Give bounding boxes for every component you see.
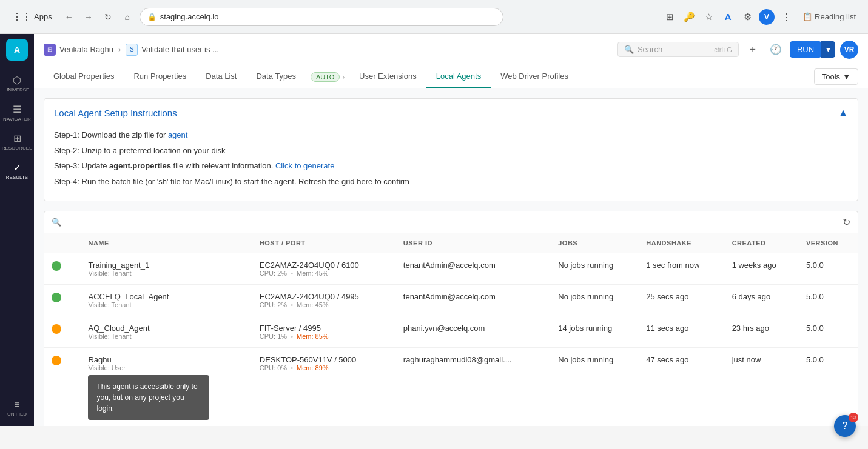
auto-arrow: ›: [342, 73, 345, 81]
accelq-ext-icon[interactable]: A: [720, 9, 736, 25]
cpu-val: CPU: 2%: [260, 270, 287, 277]
reading-list-label: Reading list: [815, 12, 856, 21]
project-name: Venkata Raghu: [59, 45, 113, 54]
row-userid-cell: raghuraghammudi08@gmail....: [396, 348, 551, 427]
row-userid-cell: phani.yvn@accelq.com: [396, 316, 551, 348]
project-icon: ⊞: [44, 44, 56, 56]
setup-steps: Step-1: Download the zip file for agent …: [44, 127, 858, 201]
row-version-cell: 5.0.0: [799, 285, 858, 316]
url-text: staging.accelq.io: [160, 12, 219, 21]
reload-button[interactable]: ↻: [101, 10, 115, 24]
main-content: ⊞ Venkata Raghu › S Validate that user i…: [34, 34, 868, 426]
run-label: RUN: [797, 45, 814, 54]
tools-button[interactable]: Tools ▼: [814, 68, 858, 85]
agent-visible: Visible: Tenant: [88, 301, 244, 308]
tab-global-properties[interactable]: Global Properties: [44, 65, 124, 88]
step-icon: S: [126, 44, 138, 56]
sidebar-item-navigator[interactable]: ☰ NAVIGATOR: [4, 99, 30, 126]
bookmark-icon[interactable]: ☆: [701, 9, 716, 25]
reading-list-button[interactable]: 📋 Reading list: [798, 10, 861, 24]
setup-step-1: Step-1: Download the zip file for agent: [54, 129, 848, 141]
row-name-cell: AQ_Cloud_Agent Visible: Tenant: [81, 316, 252, 348]
cpu-val: CPU: 0%: [260, 364, 287, 371]
nav-tabs: Global Properties Run Properties Data Li…: [34, 65, 868, 88]
setup-title: Local Agent Setup Instructions: [54, 108, 177, 118]
tab-web-driver-profiles[interactable]: Web Driver Profiles: [491, 65, 578, 88]
agents-table: NAME HOST / PORT USER ID JOBS HANDSHAKE …: [44, 233, 858, 426]
tab-user-extensions[interactable]: User Extensions: [349, 65, 426, 88]
app-container: A ⬡ UNIVERSE ☰ NAVIGATOR ⊞ RESOURCES ✓ R…: [0, 34, 868, 426]
setup-card-header: Local Agent Setup Instructions ▲: [44, 99, 858, 127]
chrome-right-icons: ⊞ 🔑 ☆ A ⚙ V ⋮ 📋 Reading list: [662, 9, 861, 25]
home-button[interactable]: ⌂: [120, 10, 135, 24]
resources-label: RESOURCES: [2, 145, 33, 151]
extensions-icon[interactable]: ⚙: [739, 9, 755, 25]
unified-icon: ≡: [14, 399, 19, 410]
run-dropdown-button[interactable]: ▼: [821, 41, 835, 58]
status-icon: [52, 324, 61, 334]
row-jobs-cell: No jobs running: [551, 253, 639, 285]
mem-val: Mem: 89%: [297, 364, 329, 371]
sidebar-logo[interactable]: A: [6, 39, 28, 61]
clock-button[interactable]: 🕐: [767, 41, 785, 59]
help-icon: ?: [843, 421, 848, 426]
sidebar-item-results[interactable]: ✓ RESULTS: [4, 158, 30, 184]
password-icon[interactable]: 🔑: [681, 9, 697, 25]
forward-button[interactable]: →: [81, 10, 96, 24]
apps-grid-icon[interactable]: ⊞: [662, 9, 678, 25]
sidebar-item-universe[interactable]: ⬡ UNIVERSE: [4, 70, 30, 97]
tab-data-types[interactable]: Data Types: [246, 65, 306, 88]
search-icon: 🔍: [624, 45, 634, 54]
tab-run-properties[interactable]: Run Properties: [124, 65, 196, 88]
table-row[interactable]: Raghu Visible: User This agent is access…: [44, 348, 858, 427]
more-menu-icon[interactable]: ⋮: [778, 9, 794, 25]
click-to-generate-link[interactable]: Click to generate: [275, 161, 335, 170]
address-bar[interactable]: 🔒 staging.accelq.io: [140, 8, 503, 26]
sidebar-item-resources[interactable]: ⊞ RESOURCES: [4, 128, 30, 155]
status-icon: [52, 261, 61, 271]
collapse-button[interactable]: ▲: [838, 107, 848, 118]
row-handshake-cell: 11 secs ago: [639, 316, 724, 348]
agent-link[interactable]: agent: [168, 130, 188, 139]
row-host-cell: EC2AMAZ-24O4UQ0 / 4995 CPU: 2% • Mem: 45…: [252, 285, 396, 316]
chrome-avatar[interactable]: V: [759, 9, 775, 25]
breadcrumb-step[interactable]: S Validate that user is ...: [126, 44, 219, 56]
row-handshake-cell: 25 secs ago: [639, 285, 724, 316]
row-created-cell: just now: [725, 348, 799, 427]
col-created: CREATED: [725, 233, 799, 253]
table-header-row: NAME HOST / PORT USER ID JOBS HANDSHAKE …: [44, 233, 858, 253]
logo-letter: A: [14, 45, 20, 55]
row-created-cell: 23 hrs ago: [725, 316, 799, 348]
table-search[interactable]: 🔍: [52, 218, 61, 227]
setup-step-2: Step-2: Unzip to a preferred location on…: [54, 145, 848, 157]
tab-data-list[interactable]: Data List: [196, 65, 246, 88]
row-created-cell: 1 weeks ago: [725, 253, 799, 285]
table-row[interactable]: ACCELQ_Local_Agent Visible: Tenant EC2AM…: [44, 285, 858, 316]
add-button[interactable]: ＋: [744, 41, 762, 59]
agent-name: Training_agent_1: [88, 261, 244, 270]
search-placeholder: Search: [638, 45, 662, 54]
table-row[interactable]: Training_agent_1 Visible: Tenant EC2AMAZ…: [44, 253, 858, 285]
sidebar-item-unified[interactable]: ≡ UNIFIED: [4, 394, 30, 421]
breadcrumb-project[interactable]: ⊞ Venkata Raghu: [44, 44, 113, 56]
row-userid-cell: tenantAdmin@accelq.com: [396, 285, 551, 316]
row-host-cell: EC2AMAZ-24O4UQ0 / 6100 CPU: 2% • Mem: 45…: [252, 253, 396, 285]
host-port: DESKTOP-560V11V / 5000: [260, 355, 389, 364]
help-count: 13: [850, 414, 856, 421]
header-search[interactable]: 🔍 Search ctrl+G: [617, 42, 739, 57]
tab-local-agents[interactable]: Local Agents: [426, 65, 491, 88]
table-row[interactable]: AQ_Cloud_Agent Visible: Tenant FIT-Serve…: [44, 316, 858, 348]
navigator-icon: ☰: [13, 104, 21, 115]
row-version-cell: 5.0.0: [799, 253, 858, 285]
chrome-browser-bar: ⋮⋮ Apps ← → ↻ ⌂ 🔒 staging.accelq.io ⊞ 🔑 …: [0, 0, 868, 34]
refresh-button[interactable]: ↻: [843, 216, 850, 228]
run-button[interactable]: RUN: [790, 41, 821, 58]
back-button[interactable]: ←: [62, 10, 76, 24]
row-userid-cell: tenantAdmin@accelq.com: [396, 253, 551, 285]
user-avatar[interactable]: VR: [840, 41, 858, 59]
apps-button[interactable]: ⋮⋮ Apps: [7, 8, 57, 25]
row-status-cell: [44, 316, 81, 348]
lock-icon: 🔒: [147, 13, 156, 21]
setup-step-3: Step-3: Update agent.properties file wit…: [54, 160, 848, 172]
row-jobs-cell: 14 jobs running: [551, 316, 639, 348]
